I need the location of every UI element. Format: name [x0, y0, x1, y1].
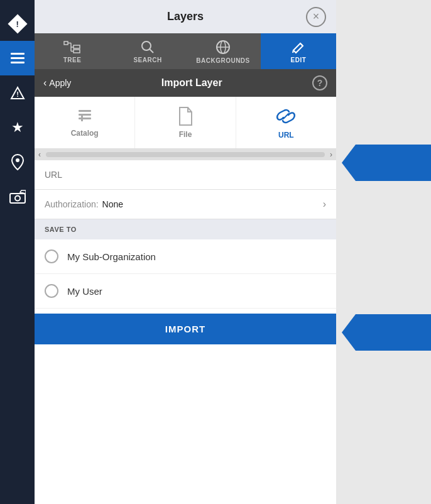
svg-rect-15 — [74, 45, 80, 48]
svg-rect-24 — [79, 110, 91, 112]
panel-wrapper: Layers × — [35, 0, 431, 504]
backgrounds-tab-icon — [216, 40, 231, 55]
url-label: URL — [278, 131, 294, 140]
url-input[interactable] — [45, 170, 326, 180]
close-button[interactable]: × — [306, 7, 326, 27]
auth-label: Authorization: — [45, 199, 99, 209]
panel-content: Layers × — [35, 0, 336, 504]
svg-rect-27 — [81, 116, 83, 118]
svg-rect-2 — [11, 62, 25, 63]
import-layer-header: ‹ Apply Import Layer ? — [35, 69, 336, 97]
edit-tab-icon — [292, 40, 305, 54]
scroll-left-icon[interactable]: ‹ — [36, 150, 43, 159]
sidebar-item-location[interactable] — [0, 145, 35, 179]
help-button[interactable]: ? — [312, 75, 327, 90]
svg-line-18 — [150, 49, 153, 53]
saveto-arrow-indicator — [356, 314, 431, 351]
help-icon: ? — [317, 78, 323, 88]
star-icon: ★ — [11, 119, 24, 136]
sidebar: ! ! ★ — [0, 0, 35, 504]
form-area: Authorization: None › SAVE TO My Sub-Org… — [35, 160, 336, 504]
url-arrow-indicator — [356, 145, 431, 181]
tab-edit[interactable]: EDIT — [261, 33, 336, 69]
svg-rect-1 — [11, 57, 25, 59]
svg-point-5 — [16, 158, 19, 162]
sidebar-item-alert[interactable]: ! — [0, 75, 35, 110]
import-layer-title: Import Layer — [71, 77, 312, 89]
svg-text:!: ! — [16, 90, 19, 98]
url-field — [35, 160, 336, 190]
svg-rect-28 — [81, 119, 83, 121]
svg-point-8 — [15, 195, 20, 200]
import-type-catalog[interactable]: Catalog — [35, 97, 135, 148]
auth-value: None — [102, 199, 323, 209]
svg-line-29 — [283, 114, 288, 119]
warning-diamond-icon: ! — [16, 19, 18, 28]
sidebar-item-camera[interactable] — [0, 179, 35, 214]
sidebar-item-warning[interactable]: ! — [0, 6, 35, 41]
sub-org-label: My Sub-Organization — [67, 251, 156, 262]
search-tab-icon — [141, 40, 155, 54]
tab-tree-label: TREE — [63, 57, 82, 63]
svg-rect-0 — [11, 53, 25, 55]
tree-tab-icon — [63, 40, 81, 54]
catalog-label: Catalog — [71, 129, 99, 138]
scroll-bar[interactable]: ‹ › — [35, 149, 336, 160]
panel-header: Layers × — [35, 0, 336, 33]
app-container: ! ! ★ — [0, 0, 431, 504]
radio-circle-my-user — [45, 284, 58, 298]
right-arrows-area — [336, 0, 431, 504]
location-icon — [11, 154, 24, 170]
import-type-url[interactable]: URL — [236, 97, 336, 148]
catalog-icon — [76, 107, 94, 125]
save-to-header: SAVE TO — [35, 219, 336, 239]
svg-point-17 — [142, 41, 151, 50]
authorization-row[interactable]: Authorization: None › — [35, 190, 336, 219]
sidebar-item-favorites[interactable]: ★ — [0, 110, 35, 145]
import-button[interactable]: IMPORT — [35, 314, 336, 344]
svg-line-23 — [293, 50, 293, 53]
tab-search-label: SEARCH — [133, 57, 161, 63]
file-label: File — [179, 130, 192, 139]
tab-backgrounds[interactable]: BACKGROUNDS — [185, 33, 261, 69]
svg-rect-25 — [79, 114, 91, 116]
radio-my-user[interactable]: My User — [35, 274, 336, 309]
tab-edit-label: EDIT — [291, 57, 307, 63]
svg-rect-26 — [79, 118, 91, 119]
file-icon — [177, 106, 194, 126]
import-type-selector: Catalog File URL — [35, 97, 336, 149]
svg-rect-16 — [74, 50, 80, 53]
url-link-icon — [275, 106, 297, 127]
svg-rect-6 — [10, 194, 25, 203]
tab-search[interactable]: SEARCH — [110, 33, 185, 69]
tab-backgrounds-label: BACKGROUNDS — [196, 57, 250, 64]
scroll-right-icon[interactable]: › — [327, 150, 335, 159]
panel-title: Layers — [167, 10, 204, 23]
back-label: Apply — [49, 78, 71, 88]
alert-icon: ! — [10, 85, 25, 101]
tab-tree[interactable]: TREE — [35, 33, 110, 69]
tabs-bar: TREE SEARCH BACKG — [35, 33, 336, 69]
svg-rect-9 — [64, 41, 68, 45]
back-button[interactable]: ‹ Apply — [43, 77, 71, 89]
svg-line-22 — [300, 43, 303, 46]
back-chevron-icon: ‹ — [43, 77, 46, 89]
auth-chevron-icon: › — [323, 199, 326, 210]
close-icon: × — [313, 10, 320, 23]
my-user-label: My User — [67, 286, 102, 297]
radio-circle-sub-org — [45, 249, 58, 263]
sidebar-item-layers[interactable] — [0, 41, 35, 75]
import-type-file[interactable]: File — [135, 97, 236, 148]
camera-icon — [9, 190, 26, 204]
radio-sub-org[interactable]: My Sub-Organization — [35, 239, 336, 274]
layers-icon — [9, 52, 26, 65]
